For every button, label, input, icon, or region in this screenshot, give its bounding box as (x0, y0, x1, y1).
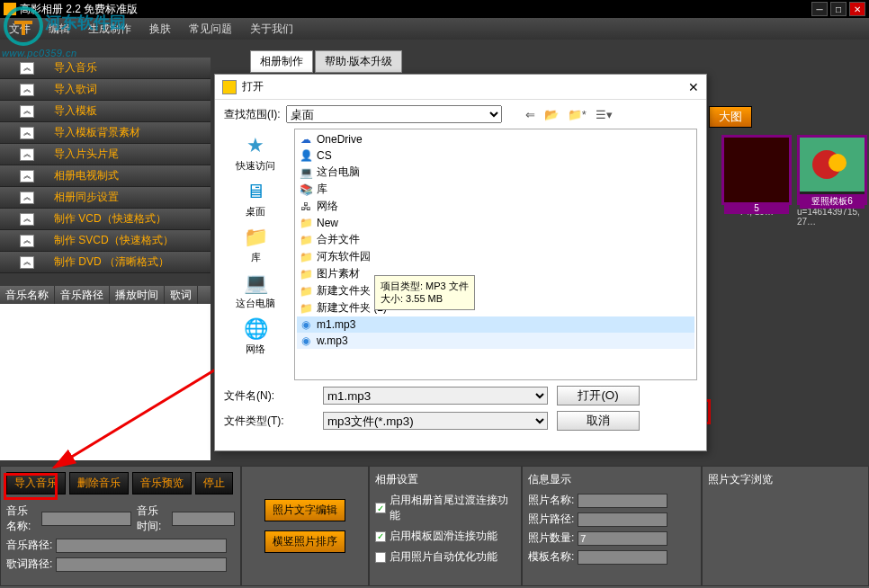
sidebar-item-import-bg[interactable]: 导入模板背景素材 (54, 125, 140, 140)
col-music-path[interactable]: 音乐路径 (55, 286, 110, 304)
list-item[interactable]: 🖧网络 (297, 198, 694, 215)
list-item[interactable]: 📁图片素材 (297, 265, 694, 282)
look-in-select[interactable]: 桌面 (286, 105, 502, 123)
sidebar-item-vcd[interactable]: 制作 VCD（快速格式） (54, 211, 166, 227)
checkbox-icon[interactable]: ✓ (375, 552, 386, 563)
sidebar-item-sync[interactable]: 相册同步设置 (54, 190, 119, 205)
stop-button[interactable]: 停止 (195, 472, 233, 494)
minimize-button[interactable]: ─ (811, 2, 828, 16)
list-item[interactable]: ◉m1.mp3 (297, 316, 694, 333)
tab-album-make[interactable]: 相册制作 (250, 50, 313, 73)
chevron-up-icon[interactable]: ︽ (20, 127, 34, 139)
chevron-up-icon[interactable]: ︽ (20, 192, 34, 204)
chevron-up-icon[interactable]: ︽ (20, 84, 34, 96)
watermark: 河东软件园 www.pc0359.cn (2, 4, 77, 58)
sidebar-item-import-template[interactable]: 导入模板 (54, 103, 97, 119)
place-this-pc[interactable]: 💻这台电脑 (236, 272, 275, 310)
cancel-button[interactable]: 取消 (557, 411, 640, 431)
chevron-up-icon[interactable]: ︽ (20, 235, 34, 247)
list-item[interactable]: 📚库 (297, 181, 694, 198)
chevron-up-icon[interactable]: ︽ (20, 170, 34, 183)
filename-input[interactable]: m1.mp3 (323, 387, 548, 405)
chevron-up-icon[interactable]: ︽ (20, 105, 34, 118)
folder-icon: 📁 (299, 301, 313, 316)
file-list[interactable]: ☁OneDrive 👤CS 💻这台电脑 📚库 🖧网络 📁New 📁合并文件 📁河… (294, 129, 697, 380)
list-item[interactable]: 📁合并文件 (297, 231, 694, 248)
place-network[interactable]: 🌐网络 (241, 317, 270, 356)
list-item[interactable]: 👤CS (297, 147, 694, 164)
music-list[interactable] (0, 304, 211, 460)
checkbox-icon[interactable]: ✓ (375, 503, 386, 513)
photo-name-input[interactable] (578, 494, 667, 508)
sidebar-item-dvd[interactable]: 制作 DVD （清晰格式） (54, 254, 169, 270)
import-music-button[interactable]: 导入音乐 (6, 472, 66, 494)
music-path-label: 音乐路径: (6, 538, 52, 553)
photo-count-input[interactable] (578, 531, 667, 546)
bottom-panel: 导入音乐 删除音乐 音乐预览 停止 音乐名称:音乐时间: 音乐路径: 歌词路径:… (0, 466, 869, 588)
list-item[interactable]: 📁新建文件夹 (2) (297, 299, 694, 316)
filetype-select[interactable]: mp3文件(*.mp3) (323, 412, 548, 430)
list-item[interactable]: ◉w.mp3 (297, 333, 694, 349)
photo-path-label: 照片路径: (528, 512, 574, 527)
template-thumb[interactable]: 5 (721, 135, 792, 205)
list-item[interactable]: ☁OneDrive (297, 131, 694, 147)
places-bar: ★快速访问 🖥桌面 📁库 💻这台电脑 🌐网络 (224, 129, 287, 380)
back-icon[interactable]: ⇐ (525, 108, 535, 121)
user-icon: 👤 (299, 148, 313, 163)
sidebar-item-tv-format[interactable]: 相册电视制式 (54, 168, 119, 183)
photo-sort-button[interactable]: 横竖照片排序 (264, 530, 345, 553)
list-item[interactable]: 📁New (297, 215, 694, 231)
chk-auto-label: 启用照片自动优化功能 (390, 549, 497, 565)
sidebar: ︽导入音乐 ︽导入歌词 ︽导入模板 ︽导入模板背景素材 ︽导入片头片尾 ︽相册电… (0, 58, 211, 273)
enlarge-button[interactable]: 大图 (709, 106, 752, 128)
view-menu-icon[interactable]: ☰▾ (596, 108, 613, 121)
music-time-input[interactable] (172, 512, 235, 526)
thumb-meta: u=1461439715, 27… (797, 207, 867, 227)
list-item[interactable]: 💻这台电脑 (297, 164, 694, 181)
open-button[interactable]: 打开(O) (557, 386, 640, 405)
delete-music-button[interactable]: 删除音乐 (69, 472, 129, 494)
lyric-path-input[interactable] (56, 557, 227, 572)
col-music-name[interactable]: 音乐名称 (0, 286, 55, 304)
place-quick-access[interactable]: ★快速访问 (236, 134, 275, 173)
photo-name-label: 照片名称: (528, 493, 574, 508)
chevron-up-icon[interactable]: ︽ (20, 148, 34, 161)
dialog-close-button[interactable]: ✕ (688, 80, 699, 94)
template-gallery: 5 74, 19… 竖照模板6 u=1461439715, 27… (721, 135, 867, 227)
folder-icon: 📁 (299, 267, 313, 281)
music-name-input[interactable] (41, 512, 131, 526)
new-folder-icon[interactable]: 📁* (568, 108, 587, 121)
close-button[interactable]: ✕ (849, 2, 865, 16)
menubar: 文件 编辑 生成制作 换肤 常见问题 关于我们 (0, 18, 869, 40)
chevron-up-icon[interactable]: ︽ (20, 213, 34, 226)
file-tooltip: 项目类型: MP3 文件 大小: 3.55 MB (374, 275, 475, 310)
chk-loop-label: 启用相册首尾过渡连接功能 (390, 493, 515, 523)
sidebar-item-import-music[interactable]: 导入音乐 (54, 60, 97, 76)
photo-path-input[interactable] (578, 512, 667, 527)
menu-skin[interactable]: 换肤 (140, 22, 180, 37)
list-item[interactable]: 📁新建文件夹 (297, 282, 694, 299)
menu-about[interactable]: 关于我们 (241, 22, 302, 37)
col-lyrics[interactable]: 歌词 (165, 286, 198, 304)
tab-help-upgrade[interactable]: 帮助·版本升级 (315, 50, 402, 73)
music-path-input[interactable] (56, 539, 227, 553)
place-libraries[interactable]: 📁库 (241, 226, 270, 264)
chevron-up-icon[interactable]: ︽ (20, 256, 34, 269)
maximize-button[interactable]: □ (830, 2, 847, 16)
info-title: 信息显示 (528, 472, 695, 487)
col-play-time[interactable]: 播放时间 (110, 286, 165, 304)
lyric-path-label: 歌词路径: (6, 557, 52, 572)
list-item[interactable]: 📁河东软件园 (297, 248, 694, 265)
menu-faq[interactable]: 常见问题 (180, 22, 241, 37)
chevron-up-icon[interactable]: ︽ (20, 62, 34, 75)
sidebar-item-import-lyrics[interactable]: 导入歌词 (54, 82, 97, 97)
photo-text-edit-button[interactable]: 照片文字编辑 (264, 499, 345, 521)
template-name-input[interactable] (578, 550, 667, 565)
up-icon[interactable]: 📂 (544, 108, 559, 121)
sidebar-item-svcd[interactable]: 制作 SVCD（快速格式） (54, 233, 174, 248)
checkbox-icon[interactable]: ✓ (375, 531, 386, 542)
place-desktop[interactable]: 🖥桌面 (241, 180, 270, 218)
template-thumb[interactable]: 竖照模板6 (797, 135, 867, 205)
sidebar-item-import-titles[interactable]: 导入片头片尾 (54, 147, 119, 162)
preview-music-button[interactable]: 音乐预览 (132, 472, 192, 494)
